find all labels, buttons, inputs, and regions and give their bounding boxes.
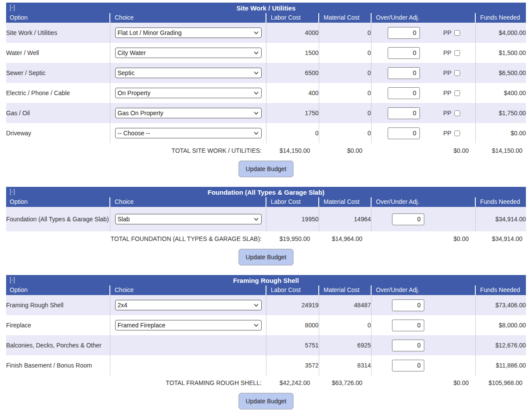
update-budget-button[interactable]: Update Budget [239, 393, 293, 409]
total-funds-needed: $14,150.00 [475, 143, 526, 158]
option-label: Balconies, Decks, Porches & Other [6, 335, 110, 355]
choice-select-wrap: Septic [115, 68, 262, 78]
choice-select[interactable]: Flat Lot / Minor Grading [115, 28, 262, 38]
funds-needed-value: $34,914.00 [475, 207, 526, 231]
collapse-toggle-link[interactable]: [-] [10, 4, 15, 11]
section-header: [-] Site Work / Utilities [6, 3, 526, 13]
funds-needed-value: $11,886.00 [475, 355, 526, 375]
choice-select[interactable]: Framed Fireplace [115, 320, 262, 330]
pp-checkbox[interactable] [454, 30, 460, 36]
choice-select[interactable]: Gas On Property [115, 108, 262, 118]
table-row: Foundation (All Types & Garage Slab) Sla… [6, 207, 526, 231]
total-over-under-adj: $0.00 [371, 375, 475, 390]
over-under-adj-input[interactable] [392, 320, 424, 331]
over-under-adj-input[interactable] [392, 213, 424, 225]
funds-needed-value: $400.00 [475, 83, 526, 103]
over-under-adj-input[interactable] [392, 299, 424, 311]
over-under-adj-input[interactable] [388, 107, 420, 119]
table-row: Water / Well City Water 1500 0 PP $1,500… [6, 43, 526, 63]
col-header-funds-needed: Funds Needed [475, 285, 526, 295]
total-material-cost: $14,964.00 [319, 231, 371, 246]
pp-label: PP [443, 89, 452, 96]
material-cost-value: 8314 [319, 355, 371, 375]
funds-needed-value: $1,500.00 [475, 43, 526, 63]
table-row: Framing Rough Shell 2x4 24919 48487 $73,… [6, 295, 526, 315]
col-header-material-cost: Material Cost [319, 13, 371, 23]
total-material-cost: $0.00 [319, 143, 371, 158]
over-under-adj-input[interactable] [392, 340, 424, 351]
over-under-adj-input[interactable] [388, 67, 420, 79]
collapse-toggle-link[interactable]: [-] [10, 188, 15, 195]
total-labor-cost: $19,950.00 [266, 231, 319, 246]
table-row: Fireplace Framed Fireplace 8000 0 $8,000… [6, 315, 526, 335]
choice-select[interactable]: 2x4 [115, 300, 262, 310]
over-under-adj-input[interactable] [388, 47, 420, 59]
section-title-bar: [-] Site Work / Utilities [6, 3, 526, 13]
total-label: TOTAL FOUNDATION (ALL TYPES & GARAGE SLA… [6, 231, 266, 246]
material-cost-value: 48487 [319, 295, 371, 315]
funds-needed-value: $6,500.00 [475, 63, 526, 83]
choice-select-wrap: On Property [115, 88, 262, 98]
option-label: Site Work / Utilities [6, 23, 110, 43]
pp-checkbox[interactable] [454, 131, 460, 136]
pp-checkbox[interactable] [454, 70, 460, 76]
choice-select-wrap: Flat Lot / Minor Grading [115, 28, 262, 38]
col-header-over-under-adj: Over/Under Adj. [371, 197, 475, 207]
total-over-under-adj: $0.00 [371, 143, 475, 158]
update-budget-button[interactable]: Update Budget [239, 249, 293, 265]
section-title: Foundation (All Types & Garage Slab) [208, 189, 324, 196]
choice-select[interactable]: City Water [115, 48, 262, 58]
button-row: Update Budget [6, 390, 526, 413]
total-material-cost: $63,726.00 [319, 375, 371, 390]
choice-select[interactable]: Septic [115, 68, 262, 78]
choice-select[interactable]: On Property [115, 88, 262, 98]
col-header-labor-cost: Labor Cost [266, 197, 319, 207]
pp-label: PP [443, 49, 452, 56]
pp-label: PP [443, 130, 452, 137]
col-header-choice: Choice [110, 13, 266, 23]
pp-checkbox[interactable] [454, 90, 460, 96]
button-row: Update Budget [6, 158, 526, 181]
choice-select-wrap: -- Choose -- [115, 128, 262, 138]
update-budget-button[interactable]: Update Budget [239, 161, 293, 177]
labor-cost-value: 8000 [266, 315, 319, 335]
choice-select[interactable]: -- Choose -- [115, 128, 262, 138]
over-under-adj-input[interactable] [388, 27, 420, 39]
pp-label: PP [443, 110, 452, 117]
section-header: [-] Foundation (All Types & Garage Slab) [6, 187, 526, 197]
collapse-toggle-link[interactable]: [-] [10, 276, 15, 283]
funds-needed-value: $8,000.00 [475, 315, 526, 335]
labor-cost-value: 3572 [266, 355, 319, 375]
col-header-option: Option [6, 13, 110, 23]
option-label: Water / Well [6, 43, 110, 63]
table-row: Sewer / Septic Septic 6500 0 PP $6,500.0… [6, 63, 526, 83]
funds-needed-value: $0.00 [475, 123, 526, 143]
section-title: Framing Rough Shell [233, 277, 299, 284]
pp-checkbox[interactable] [454, 110, 460, 116]
choice-select-wrap: City Water [115, 48, 262, 58]
over-under-adj-input[interactable] [392, 360, 424, 371]
col-header-choice: Choice [110, 197, 266, 207]
choice-select-wrap: Gas On Property [115, 108, 262, 118]
total-label: TOTAL FRAMING ROUGH SHELL: [6, 375, 266, 390]
over-under-adj-input[interactable] [388, 127, 420, 139]
choice-select-wrap: Framed Fireplace [115, 320, 262, 330]
col-header-funds-needed: Funds Needed [475, 197, 526, 207]
option-label: Electric / Phone / Cable [6, 83, 110, 103]
section-title-bar: [-] Framing Rough Shell [6, 275, 526, 285]
choice-select-wrap: Slab [115, 214, 262, 224]
choice-select[interactable]: Slab [115, 214, 262, 224]
option-label: Foundation (All Types & Garage Slab) [6, 207, 110, 231]
section-title-bar: [-] Foundation (All Types & Garage Slab) [6, 187, 526, 197]
total-over-under-adj: $0.00 [371, 231, 475, 246]
pp-checkbox[interactable] [454, 50, 460, 56]
section-site-work-utilities: [-] Site Work / Utilities Option Choice … [6, 3, 526, 181]
option-label: Finish Basement / Bonus Room [6, 355, 110, 375]
labor-cost-value: 19950 [266, 207, 319, 231]
totals-row: TOTAL FOUNDATION (ALL TYPES & GARAGE SLA… [6, 231, 526, 246]
over-under-adj-input[interactable] [388, 87, 420, 99]
total-funds-needed: $34,914.00 [475, 231, 526, 246]
choice-select-wrap: 2x4 [115, 300, 262, 310]
col-header-over-under-adj: Over/Under Adj. [371, 13, 475, 23]
totals-row: TOTAL FRAMING ROUGH SHELL: $42,242.00 $6… [6, 375, 526, 390]
